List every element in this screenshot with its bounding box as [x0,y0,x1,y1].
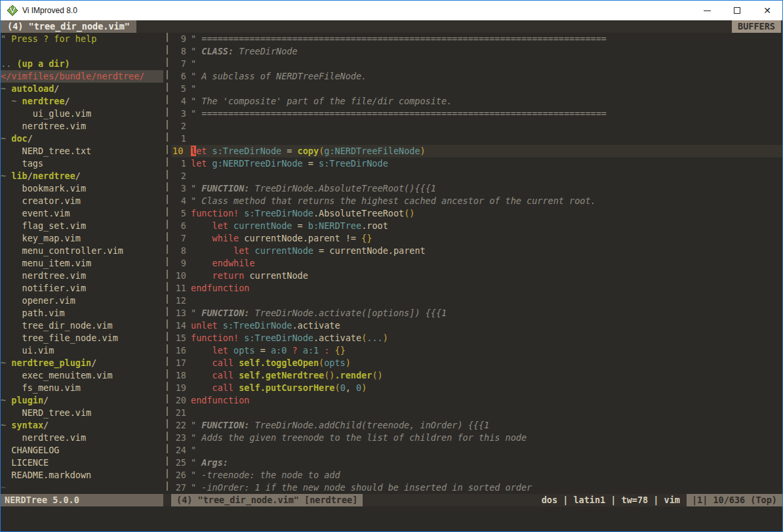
tree-file[interactable]: NERD_tree.txt [1,145,163,157]
code-line[interactable]: 6" A subclass of NERDTreeFileNode. [171,70,782,83]
token: g:NERDTreeDirNode [212,158,303,169]
tree-file[interactable]: path.vim [1,307,163,319]
code-line[interactable]: 27" -inOrder: 1 if the new node should b… [171,481,782,494]
code-line[interactable]: 15function! s:TreeDirNode.activate(...) [171,332,782,344]
close-button[interactable]: ✕ [752,1,782,20]
buffers-tab[interactable]: BUFFERS [732,20,781,33]
tree-file[interactable]: notifier.vim [1,282,163,295]
tree-nontext[interactable]: ~ [1,481,163,494]
tree-file[interactable]: README.markdown [1,469,163,481]
tree-help-line[interactable]: " Press ? for help [1,33,163,45]
tree-dir[interactable]: ~ syntax/ [1,419,163,432]
code-line[interactable]: 11endfunction [171,282,782,295]
code-line[interactable]: 8" CLASS: TreeDirNode [171,45,782,58]
maximize-button[interactable] [722,1,752,20]
tree-file[interactable]: bookmark.vim [1,182,163,195]
tree-file[interactable]: flag_set.vim [1,220,163,232]
code-line[interactable]: 1 [171,133,782,145]
code-line[interactable]: 10let s:TreeDirNode = copy(g:NERDTreeFil… [171,145,782,157]
code-line[interactable]: 2 [171,170,782,182]
code-line[interactable]: 8 let currentNode = currentNode.parent [171,245,782,257]
token: / [43,395,49,405]
code-line[interactable]: 3" FUNCTION: TreeDirNode.AbsoluteTreeRoo… [171,182,782,195]
tab-tree-dir-node[interactable]: (4) "tree_dir_node.vim" [1,20,136,33]
code-line[interactable]: 20endfunction [171,394,782,407]
tree-file[interactable]: creator.vim [1,195,163,207]
tree-file[interactable]: NERD_tree.vim [1,407,163,419]
code-editor[interactable]: 9" =====================================… [171,33,782,494]
code-line[interactable]: 26" -treenode: the node to add [171,469,782,481]
code-line[interactable]: 19 call self.putCursorHere(0, 0) [171,382,782,394]
code-line[interactable]: 9 endwhile [171,257,782,270]
minimize-icon [704,10,711,11]
token: nerdtree [33,171,75,181]
tree-file[interactable]: opener.vim [1,295,163,307]
code-line[interactable]: 18 call self.getNerdtree().render() [171,369,782,382]
tree-file[interactable]: tree_dir_node.vim [1,319,163,332]
line-number: 16 [171,344,191,357]
tree-root-path[interactable]: </vimfiles/bundle/nerdtree/ [1,70,163,83]
tree-dir[interactable]: ~ nerdtree/ [1,95,163,108]
tree-file[interactable]: fs_menu.vim [1,382,163,394]
code-line[interactable]: 24" [171,444,782,457]
tree-dir[interactable]: ~ plugin/ [1,394,163,407]
nerdtree-panel[interactable]: " Press ? for help.. (up a dir)</vimfile… [1,33,163,494]
code-line[interactable]: 7 while currentNode.parent != {} [171,232,782,245]
token: ~ [11,96,22,106]
token [228,220,233,231]
tree-dir[interactable]: ~ doc/ [1,133,163,145]
tree-file[interactable]: menu_item.vim [1,257,163,270]
code-line[interactable]: 3" =====================================… [171,108,782,120]
code-line[interactable]: 16 let opts = a:0 ? a:1 : {} [171,344,782,357]
vim-window: Vi IMproved 8.0 ✕ (4) "tree_dir_node.vim… [0,0,783,532]
title-bar: Vi IMproved 8.0 ✕ [1,1,782,20]
code-line[interactable]: 4" Class method that returns the highest… [171,195,782,207]
code-line[interactable]: 9" =====================================… [171,33,782,45]
tree-file[interactable]: CHANGELOG [1,444,163,457]
tree-file[interactable]: ui_glue.vim [1,108,163,120]
tree-file[interactable]: tree_file_node.vim [1,332,163,344]
line-content [191,133,782,145]
tree-file[interactable]: LICENCE [1,457,163,469]
tree-dir[interactable]: ~ autoload/ [1,83,163,95]
token: key_map.vim [1,233,81,243]
tree-file[interactable]: event.vim [1,207,163,220]
tree-file[interactable]: exec_menuitem.vim [1,369,163,382]
tree-file[interactable]: nerdtree.vim [1,120,163,133]
token: menu_controller.vim [1,245,123,256]
code-line[interactable]: 22" FUNCTION: TreeDirNode.addChild(treen… [171,419,782,432]
tree-up-a-dir[interactable]: .. (up a dir) [1,58,163,70]
token [207,146,212,156]
code-line[interactable]: 14unlet s:TreeDirNode.activate [171,319,782,332]
line-content [191,295,782,307]
token: TreeDirNode [233,46,298,56]
tree-file[interactable]: key_map.vim [1,232,163,245]
code-line[interactable]: 21 [171,407,782,419]
tree-file[interactable]: ui.vim [1,344,163,357]
tree-file[interactable]: nerdtree.vim [1,432,163,444]
vertical-split-separator[interactable] [163,33,171,494]
line-number: 17 [171,357,191,369]
tree-dir[interactable]: ~ nerdtree_plugin/ [1,357,163,369]
tree-dir[interactable]: ~ lib/nerdtree/ [1,170,163,182]
command-line-area[interactable] [1,506,782,531]
code-line[interactable]: 5function! s:TreeDirNode.AbsoluteTreeRoo… [171,207,782,220]
tree-file[interactable]: tags [1,157,163,170]
code-line[interactable]: 23" Adds the given treenode to the list … [171,432,782,444]
code-line[interactable]: 17 call self.toggleOpen(opts) [171,357,782,369]
code-line[interactable]: 10 return currentNode [171,270,782,282]
code-line[interactable]: 2 [171,120,782,133]
code-line[interactable]: 7" [171,58,782,70]
token: ui.vim [1,345,54,356]
code-line[interactable]: 25" Args: [171,457,782,469]
tree-file[interactable]: menu_controller.vim [1,245,163,257]
code-line[interactable]: 13" FUNCTION: TreeDirNode.activate([opti… [171,307,782,319]
code-line[interactable]: 4" The 'composite' part of the file/dir … [171,95,782,108]
code-line[interactable]: 12 [171,295,782,307]
code-line[interactable]: 6 let currentNode = b:NERDTree.root [171,220,782,232]
minimize-button[interactable] [692,1,722,20]
tree-file[interactable]: nerdtree.vim [1,270,163,282]
code-line[interactable]: 1let g:NERDTreeDirNode = s:TreeDirNode [171,157,782,170]
tree-blank-line[interactable] [1,45,163,58]
code-line[interactable]: 5" [171,83,782,95]
